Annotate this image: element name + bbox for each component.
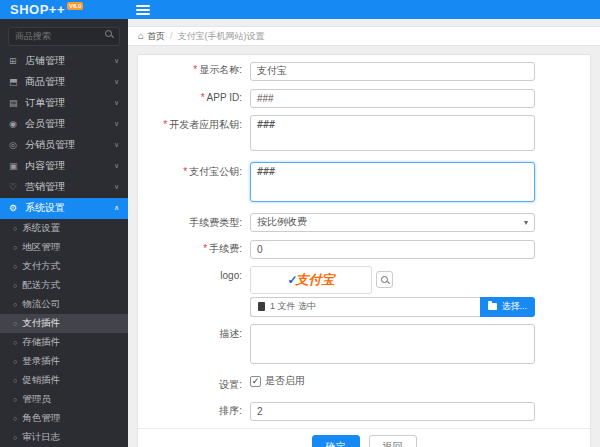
enable-label: 设置:	[138, 375, 250, 394]
description-label: 描述:	[138, 324, 250, 343]
sidebar-item-order[interactable]: ▤订单管理∨	[0, 93, 128, 114]
logo-preview: ✓ 支付宝	[250, 266, 372, 294]
chevron-down-icon: ∨	[114, 57, 119, 65]
submenu-item-2[interactable]: ○地区管理	[0, 238, 128, 257]
search-input[interactable]	[8, 27, 120, 46]
submenu-item-label: 地区管理	[22, 241, 60, 254]
main-menu: ⊞店铺管理∨⬒商品管理∨▤订单管理∨◉会员管理∨◎分销员管理∨▣内容管理∨♡营销…	[0, 51, 128, 219]
private-key-textarea[interactable]: ###	[250, 115, 535, 151]
choose-file-button[interactable]: 选择...	[480, 297, 535, 317]
submenu-item-12[interactable]: ○审计日志	[0, 428, 128, 447]
search-icon[interactable]	[105, 30, 114, 39]
main-area: ⌂ 首页 / 支付宝(手机网站)设置 *显示名称: *APP ID: *开发者应…	[128, 0, 600, 447]
content-icon: ▣	[9, 161, 20, 171]
home-icon: ⌂	[138, 31, 144, 41]
ok-button[interactable]: 确定	[312, 435, 360, 447]
fee-input[interactable]	[250, 240, 535, 259]
sort-row: 排序:	[138, 401, 590, 421]
sidebar-item-store[interactable]: ⊞店铺管理∨	[0, 51, 128, 72]
chevron-down-icon: ∨	[114, 120, 119, 128]
logo-row: logo: ✓ 支付宝 1 文件 选中 选择...	[138, 266, 590, 317]
submenu-item-1[interactable]: ○系统设置	[0, 219, 128, 238]
app-id-row: *APP ID:	[138, 88, 590, 108]
file-status-box: 1 文件 选中	[250, 297, 480, 317]
alipay-logo-text: 支付宝	[296, 271, 335, 289]
settings-icon: ⚙	[9, 203, 20, 213]
hamburger-menu-icon[interactable]	[136, 5, 150, 15]
app-id-label: APP ID:	[207, 92, 242, 103]
submenu-item-label: 登录插件	[22, 355, 60, 368]
submenu-item-11[interactable]: ○角色管理	[0, 409, 128, 428]
breadcrumb-home-link[interactable]: 首页	[147, 30, 165, 43]
description-textarea[interactable]	[250, 324, 535, 364]
sidebar-item-label: 系统设置	[25, 201, 65, 215]
sidebar-item-label: 订单管理	[25, 96, 65, 110]
sort-label: 排序:	[138, 401, 250, 420]
topbar	[128, 0, 600, 19]
submenu-item-5[interactable]: ○物流公司	[0, 295, 128, 314]
sidebar-item-member[interactable]: ◉会员管理∨	[0, 114, 128, 135]
sidebar-item-distributor[interactable]: ◎分销员管理∨	[0, 135, 128, 156]
circle-bullet-icon: ○	[13, 263, 17, 270]
store-icon: ⊞	[9, 56, 20, 66]
chevron-down-icon: ∨	[114, 99, 119, 107]
required-asterisk: *	[163, 119, 167, 130]
sidebar-item-marketing[interactable]: ♡营销管理∨	[0, 177, 128, 198]
submenu-item-4[interactable]: ○配送方式	[0, 276, 128, 295]
chevron-down-icon: ∨	[114, 141, 119, 149]
submenu-item-8[interactable]: ○登录插件	[0, 352, 128, 371]
breadcrumb-current: 支付宝(手机网站)设置	[178, 30, 265, 43]
private-key-label: 开发者应用私钥:	[169, 119, 242, 130]
fee-type-label: 手续费类型:	[138, 213, 250, 232]
required-asterisk: *	[201, 92, 205, 103]
submenu-item-label: 管理员	[22, 393, 51, 406]
enable-checkbox-label: 是否启用	[265, 374, 305, 388]
checkmark-icon: ✓	[252, 377, 260, 386]
sidebar-item-label: 营销管理	[25, 180, 65, 194]
goods-icon: ⬒	[9, 77, 20, 87]
fee-type-select[interactable]: 按比例收费 ▾	[250, 213, 535, 232]
file-upload-control: 1 文件 选中 选择...	[250, 297, 535, 317]
circle-bullet-icon: ○	[13, 377, 17, 384]
submenu-item-label: 审计日志	[22, 431, 60, 444]
submenu-item-9[interactable]: ○促销插件	[0, 371, 128, 390]
sidebar-item-label: 商品管理	[25, 75, 65, 89]
sidebar-item-label: 会员管理	[25, 117, 65, 131]
submenu-item-3[interactable]: ○支付方式	[0, 257, 128, 276]
app-id-input[interactable]	[250, 89, 535, 108]
sidebar-item-settings[interactable]: ⚙系统设置∧	[0, 198, 128, 219]
display-name-input[interactable]	[250, 62, 535, 81]
submenu-item-label: 促销插件	[22, 374, 60, 387]
submenu-item-10[interactable]: ○管理员	[0, 390, 128, 409]
chevron-down-icon: ∨	[114, 183, 119, 191]
chevron-down-icon: ▾	[524, 218, 528, 227]
back-button[interactable]: 返回	[369, 435, 417, 447]
sidebar-item-goods[interactable]: ⬒商品管理∨	[0, 72, 128, 93]
sort-input[interactable]	[250, 402, 535, 421]
submenu-item-7[interactable]: ○存储插件	[0, 333, 128, 352]
submenu-item-6[interactable]: ○支付插件	[0, 314, 128, 333]
display-name-label: 显示名称:	[199, 64, 242, 75]
settings-form-card: *显示名称: *APP ID: *开发者应用私钥: ### *支付宝公钥: ##…	[137, 54, 591, 447]
fee-row: *手续费:	[138, 239, 590, 259]
zoom-preview-button[interactable]	[376, 271, 393, 288]
sidebar: SHOP++ V6.0 ⊞店铺管理∨⬒商品管理∨▤订单管理∨◉会员管理∨◎分销员…	[0, 0, 128, 447]
submenu-item-label: 角色管理	[22, 412, 60, 425]
sidebar-item-label: 店铺管理	[25, 54, 65, 68]
app-logo[interactable]: SHOP++ V6.0	[0, 0, 128, 19]
public-key-textarea[interactable]: ###	[250, 162, 535, 202]
public-key-row: *支付宝公钥: ###	[138, 162, 590, 206]
fee-type-selected-value: 按比例收费	[257, 215, 307, 229]
circle-bullet-icon: ○	[13, 396, 17, 403]
circle-bullet-icon: ○	[13, 339, 17, 346]
member-icon: ◉	[9, 119, 20, 129]
logo-text: SHOP++	[10, 2, 65, 17]
enable-checkbox[interactable]: ✓	[250, 376, 261, 387]
chevron-down-icon: ∨	[114, 78, 119, 86]
fee-type-row: 手续费类型: 按比例收费 ▾	[138, 213, 590, 232]
sidebar-item-content[interactable]: ▣内容管理∨	[0, 156, 128, 177]
circle-bullet-icon: ○	[13, 282, 17, 289]
submenu-item-label: 配送方式	[22, 279, 60, 292]
submenu-item-label: 物流公司	[22, 298, 60, 311]
breadcrumb-separator: /	[170, 31, 173, 41]
